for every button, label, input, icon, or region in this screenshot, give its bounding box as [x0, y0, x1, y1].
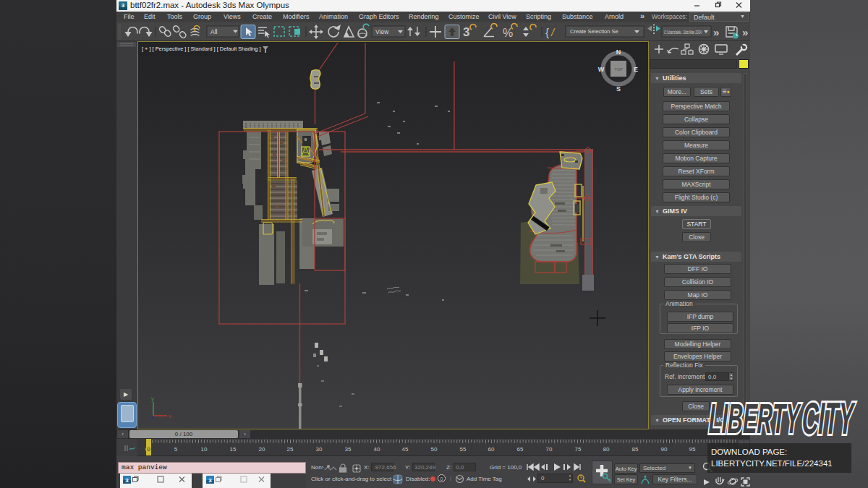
svg-text:Create Selection Se: Create Selection Se — [570, 28, 618, 35]
svg-text:3: 3 — [463, 25, 469, 39]
svg-text:75: 75 — [575, 446, 582, 453]
svg-text:10: 10 — [201, 446, 208, 453]
svg-text:5: 5 — [174, 446, 178, 453]
svg-text:20: 20 — [259, 446, 265, 453]
svg-text:3: 3 — [122, 2, 125, 9]
svg-text:All: All — [210, 28, 218, 35]
svg-text:0: 0 — [147, 446, 150, 453]
svg-text:/: / — [550, 26, 556, 38]
svg-text:95: 95 — [689, 446, 696, 453]
svg-text:80: 80 — [603, 446, 610, 453]
svg-text:3: 3 — [208, 477, 212, 484]
svg-text:TOP: TOP — [614, 67, 623, 72]
svg-text:S: S — [616, 85, 621, 93]
svg-text:LIBERTY: LIBERTY — [706, 396, 802, 441]
svg-text:W: W — [598, 66, 605, 73]
svg-text:70: 70 — [546, 446, 553, 453]
svg-text:3: 3 — [125, 477, 129, 484]
svg-text:40: 40 — [374, 446, 380, 453]
svg-text:View: View — [375, 28, 389, 35]
svg-text:25: 25 — [287, 446, 294, 453]
svg-text:60: 60 — [488, 446, 495, 453]
svg-text:N: N — [616, 48, 621, 56]
svg-text:[ + ] [ Perspective ] [ Standa: [ + ] [ Perspective ] [ Standard ] [ Def… — [142, 46, 261, 52]
svg-text:E: E — [634, 66, 638, 73]
svg-text:90: 90 — [661, 446, 668, 453]
svg-text:35: 35 — [345, 446, 352, 453]
svg-text:45: 45 — [402, 446, 409, 453]
svg-text:»: » — [713, 26, 719, 38]
svg-text:50: 50 — [431, 446, 438, 453]
svg-text:CITY: CITY — [799, 396, 857, 441]
svg-text:15: 15 — [230, 446, 237, 453]
svg-text:{: { — [545, 26, 549, 38]
svg-text:85: 85 — [632, 446, 639, 453]
svg-text:»: » — [742, 26, 748, 38]
svg-text:%: % — [503, 27, 513, 39]
svg-text:30: 30 — [316, 446, 323, 453]
svg-text:55: 55 — [460, 446, 467, 453]
svg-text:z: z — [150, 414, 153, 420]
svg-text:y: y — [151, 395, 154, 402]
svg-text:x: x — [169, 413, 171, 419]
svg-text:C:\Users\alek...\3ds Max 2024: C:\Users\alek...\3ds Max 2024 — [664, 29, 702, 35]
svg-text:65: 65 — [517, 446, 524, 453]
